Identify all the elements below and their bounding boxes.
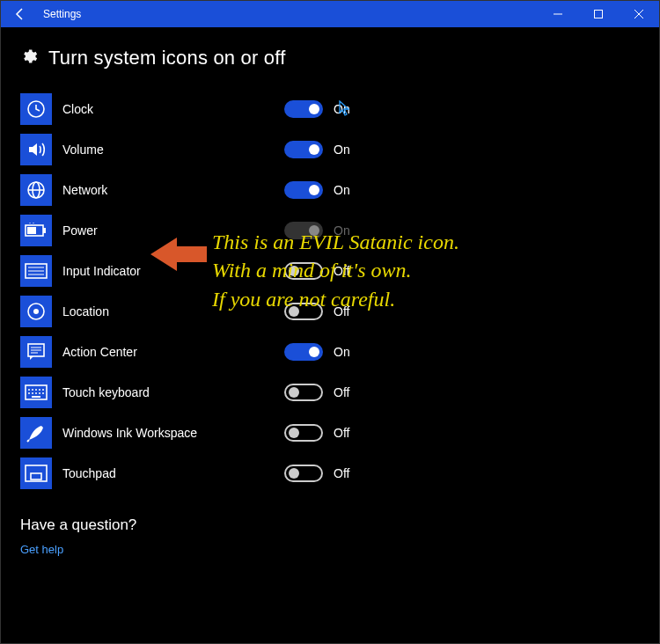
- location-icon: [20, 296, 52, 327]
- toggle-network[interactable]: [284, 181, 323, 199]
- svg-point-30: [39, 392, 40, 394]
- setting-row-input-indicator: Input IndicatorOff: [20, 251, 640, 291]
- setting-label: Windows Ink Workspace: [62, 426, 284, 440]
- help-heading: Have a question?: [20, 516, 640, 534]
- get-help-link[interactable]: Get help: [20, 543, 63, 556]
- back-arrow-icon: [13, 7, 27, 21]
- svg-point-29: [35, 392, 37, 394]
- svg-point-24: [35, 389, 37, 391]
- svg-point-22: [28, 389, 30, 391]
- power-icon: [20, 215, 52, 246]
- svg-point-27: [28, 392, 30, 394]
- setting-row-touchpad: TouchpadOff: [20, 453, 640, 494]
- toggle-state-label: On: [334, 102, 350, 116]
- setting-row-location: LocationOff: [20, 291, 640, 332]
- toggle-state-label: On: [334, 143, 350, 157]
- toggle-input-indicator[interactable]: [284, 262, 323, 280]
- network-icon: [20, 174, 52, 206]
- setting-label: Touchpad: [62, 466, 284, 480]
- svg-point-16: [33, 309, 39, 314]
- toggle-volume[interactable]: [284, 141, 323, 158]
- setting-label: Power: [62, 223, 284, 238]
- close-icon: [634, 10, 643, 18]
- setting-label: Clock: [62, 102, 284, 116]
- touchpad-icon: [20, 457, 52, 489]
- setting-label: Volume: [62, 143, 284, 157]
- svg-point-31: [42, 392, 44, 394]
- svg-rect-32: [32, 396, 40, 398]
- maximize-button[interactable]: [578, 1, 619, 27]
- window-title: Settings: [40, 8, 81, 20]
- setting-label: Network: [62, 183, 284, 197]
- gear-icon: [20, 48, 38, 69]
- setting-label: Touch keyboard: [62, 385, 284, 399]
- setting-label: Action Center: [62, 345, 284, 359]
- toggle-action-center[interactable]: [284, 343, 323, 361]
- toggle-location[interactable]: [284, 303, 323, 320]
- page-title: Turn system icons on or off: [48, 47, 286, 70]
- svg-point-23: [32, 389, 33, 391]
- svg-point-28: [32, 392, 33, 394]
- clock-icon: [20, 93, 52, 125]
- minimize-button[interactable]: [538, 1, 578, 27]
- toggle-state-label: On: [334, 223, 350, 238]
- setting-row-volume: VolumeOn: [20, 129, 640, 170]
- setting-row-touch-keyboard: Touch keyboardOff: [20, 372, 640, 413]
- toggle-state-label: On: [334, 183, 350, 197]
- toggle-state-label: Off: [334, 426, 349, 440]
- toggle-state-label: Off: [334, 385, 349, 399]
- setting-row-clock: ClockOn: [20, 89, 640, 129]
- svg-rect-10: [27, 227, 36, 234]
- toggle-state-label: Off: [334, 304, 349, 318]
- toggle-ink[interactable]: [284, 424, 323, 442]
- toggle-state-label: Off: [334, 264, 349, 278]
- input-indicator-icon: [20, 255, 52, 287]
- setting-row-network: NetworkOn: [20, 170, 640, 210]
- setting-label: Location: [62, 304, 284, 318]
- ink-icon: [20, 417, 52, 449]
- toggle-clock[interactable]: [284, 100, 323, 118]
- close-button[interactable]: [619, 1, 659, 27]
- toggle-touch-keyboard[interactable]: [284, 384, 323, 401]
- toggle-state-label: Off: [334, 466, 349, 480]
- toggle-state-label: On: [334, 345, 350, 359]
- svg-rect-1: [595, 11, 603, 18]
- minimize-icon: [554, 10, 562, 18]
- page-header: Turn system icons on or off: [20, 47, 640, 70]
- svg-point-25: [39, 389, 40, 391]
- action-center-icon: [20, 336, 52, 368]
- svg-rect-9: [43, 228, 46, 233]
- svg-rect-34: [31, 473, 41, 479]
- settings-list: ClockOnVolumeOnNetworkOnPowerOnInput Ind…: [20, 89, 640, 494]
- toggle-power: [284, 222, 323, 239]
- touch-keyboard-icon: [20, 377, 52, 408]
- setting-row-action-center: Action CenterOn: [20, 332, 640, 372]
- titlebar: Settings: [1, 1, 659, 27]
- svg-point-26: [42, 389, 44, 391]
- back-button[interactable]: [1, 1, 40, 27]
- setting-row-power: PowerOn: [20, 210, 640, 251]
- setting-row-ink: Windows Ink WorkspaceOff: [20, 413, 640, 453]
- maximize-icon: [594, 10, 603, 18]
- toggle-touchpad[interactable]: [284, 465, 323, 482]
- setting-label: Input Indicator: [62, 264, 284, 278]
- volume-icon: [20, 134, 52, 165]
